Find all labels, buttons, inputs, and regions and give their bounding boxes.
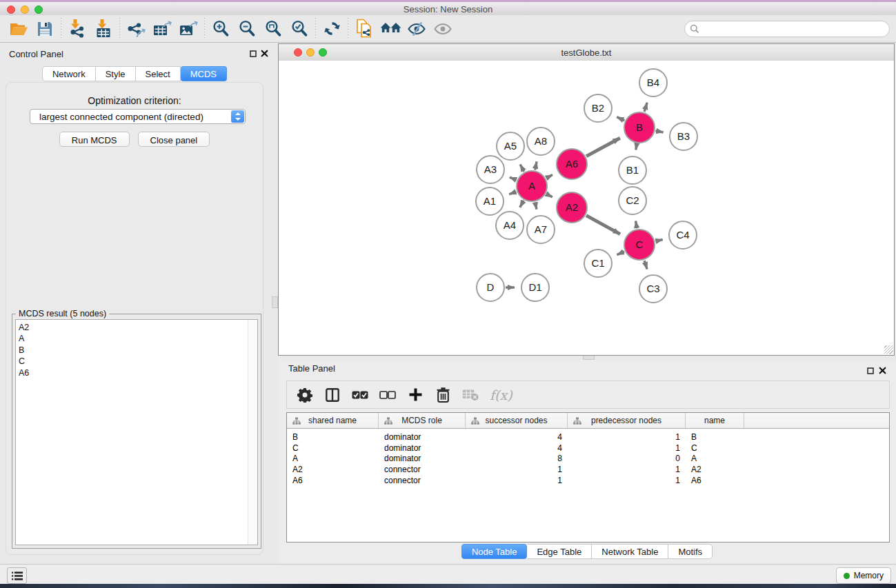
tab-network-table[interactable]: Network Table [592,544,668,559]
edge-A-A5[interactable] [520,165,524,172]
edge-A-A1[interactable] [509,192,516,194]
cell-mcds-role[interactable]: connector [379,476,466,487]
select-all-button[interactable] [352,385,368,405]
cell-successor-nodes[interactable]: 1 [466,465,568,476]
table-row-a2[interactable]: A2connector11A2 [287,465,889,476]
run-mcds-button[interactable]: Run MCDS [59,132,130,147]
edge-A-A3[interactable] [510,177,517,180]
edge-A-A8[interactable] [535,161,537,170]
cell-predecessor-nodes[interactable]: 1 [568,443,686,454]
float-panel-button[interactable] [250,50,257,57]
import-table-button[interactable] [90,17,117,41]
zoom-fit-button[interactable] [260,17,286,41]
node-A1[interactable]: A1 [476,187,504,215]
edge-A2-C[interactable] [586,216,620,234]
close-table-panel-button[interactable] [879,367,886,374]
node-B1[interactable]: B1 [619,156,646,184]
duplicate-network-button[interactable] [351,17,377,41]
float-table-panel-button[interactable] [867,367,874,374]
table-row-b[interactable]: Bdominator41B [287,432,889,443]
column-header-successor-nodes[interactable]: successor nodes [466,413,568,428]
column-header-name[interactable]: name [686,413,744,428]
edge-A-A6[interactable] [546,175,552,179]
table-row-c[interactable]: Cdominator41C [287,443,889,454]
refresh-button[interactable] [319,17,345,41]
cell-mcds-role[interactable]: dominator [379,454,466,465]
node-A7[interactable]: A7 [527,216,555,243]
vertical-splitter-handle[interactable] [272,296,278,308]
cell-mcds-role[interactable]: dominator [379,443,466,454]
list-scrollbar[interactable] [248,320,257,545]
cell-shared-name[interactable]: A [287,454,379,465]
node-C4[interactable]: C4 [669,221,697,249]
tab-motifs[interactable]: Motifs [668,544,713,559]
cell-name[interactable]: A [686,454,744,465]
node-A3[interactable]: A3 [477,156,504,183]
tab-node-table[interactable]: Node Table [461,544,528,559]
node-C[interactable]: C [624,230,655,260]
edge-A-A2[interactable] [546,194,552,197]
edge-B-B3[interactable] [656,131,664,132]
show-all-button[interactable] [430,17,456,41]
edge-A6-B[interactable] [586,138,620,156]
show-column-button[interactable] [324,385,341,405]
node-C1[interactable]: C1 [584,250,612,277]
save-session-button[interactable] [32,17,58,41]
node-A[interactable]: A [517,171,547,201]
tab-network[interactable]: Network [42,66,96,81]
cell-predecessor-nodes[interactable]: 1 [568,432,686,443]
table-row-a6[interactable]: A6connector11A6 [287,476,889,487]
close-panel-button-mcds[interactable]: Close panel [138,132,210,147]
close-panel-button[interactable] [261,50,268,57]
table-settings-button[interactable] [297,385,313,405]
search-input[interactable] [701,22,884,36]
cell-shared-name[interactable]: A2 [287,465,379,476]
cell-shared-name[interactable]: A6 [287,476,379,487]
column-header-shared-name[interactable]: shared name [287,413,379,428]
mcds-result-item[interactable]: A2 [19,322,29,333]
cell-successor-nodes[interactable]: 1 [466,476,568,487]
mcds-result-item[interactable]: A6 [19,367,29,378]
edge-C-C1[interactable] [617,252,624,255]
node-A5[interactable]: A5 [497,132,524,160]
zoom-selected-button[interactable] [286,17,312,41]
mcds-result-item[interactable]: B [19,345,29,356]
cell-shared-name[interactable]: C [287,443,379,454]
cell-successor-nodes[interactable]: 4 [466,432,568,443]
node-B2[interactable]: B2 [584,94,612,122]
cell-shared-name[interactable]: B [287,432,379,443]
window-resize-grip[interactable] [884,345,893,354]
cell-name[interactable]: A6 [686,476,744,487]
node-D[interactable]: D [477,274,504,301]
column-header-mcds-role[interactable]: MCDS role [379,413,466,428]
cell-successor-nodes[interactable]: 8 [466,454,568,465]
cell-predecessor-nodes[interactable]: 1 [568,465,686,476]
edge-B-B4[interactable] [644,103,647,112]
edge-B-B2[interactable] [617,117,624,121]
zoom-out-button[interactable] [234,17,260,41]
edge-A-A4[interactable] [520,201,524,207]
hide-selected-button[interactable] [404,17,430,41]
delete-column-button[interactable] [435,385,451,405]
cell-name[interactable]: B [686,432,744,443]
edge-B-B1[interactable] [636,144,637,150]
column-header-predecessor-nodes[interactable]: predecessor nodes [568,413,686,428]
cell-name[interactable]: C [686,443,744,454]
cell-successor-nodes[interactable]: 4 [466,443,568,454]
table-row-a[interactable]: Adominator80A [287,454,889,465]
node-B4[interactable]: B4 [639,69,667,97]
task-history-button[interactable] [7,567,27,584]
tab-style[interactable]: Style [96,66,136,81]
node-A8[interactable]: A8 [527,128,555,155]
cell-mcds-role[interactable]: dominator [379,432,466,443]
node-A2[interactable]: A2 [557,192,587,223]
tab-edge-table[interactable]: Edge Table [527,544,592,559]
deselect-all-button[interactable] [379,385,396,405]
edge-C-C4[interactable] [655,240,662,241]
node-D1[interactable]: D1 [521,274,549,301]
node-C2[interactable]: C2 [619,187,646,214]
network-canvas[interactable]: B4B2BB3A8A5A6A3B1AC2A1A2A4A7C4CC1DD1C3 [279,61,894,355]
tab-select[interactable]: Select [136,66,181,81]
home-neighbors-button[interactable] [377,17,404,41]
edge-C-C3[interactable] [644,261,647,270]
